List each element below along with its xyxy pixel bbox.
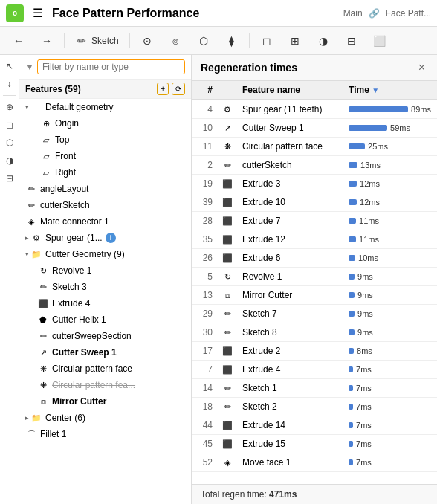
undo-button[interactable]: ←: [6, 31, 31, 51]
time-bar: [349, 162, 357, 168]
left-tool-select[interactable]: ↖: [1, 58, 18, 74]
mate-icon: ◈: [25, 216, 37, 227]
filter-icon: ▼: [25, 62, 34, 72]
app-logo[interactable]: o: [6, 4, 24, 22]
breadcrumb-face[interactable]: Face Patt...: [386, 8, 431, 19]
left-tool-rect[interactable]: ◻: [1, 117, 18, 133]
row-time: 7ms: [343, 361, 437, 379]
row-name: Sketch 2: [236, 398, 343, 416]
regen-table: # Feature name Time ▼ 4 ⚙ Spur gear (1: [192, 81, 437, 472]
sidebar-item-cuttersweepsection[interactable]: ✏ cutterSweepSection: [19, 328, 191, 344]
left-tool-point[interactable]: ⊕: [1, 99, 18, 115]
row-time: 12ms: [343, 175, 437, 193]
pattern-icon: ❋: [37, 379, 49, 391]
col-header-time[interactable]: Time ▼: [343, 81, 437, 100]
gear-icon: ⚙: [30, 232, 42, 244]
sidebar-item-anglelayout[interactable]: ✏ angleLayout: [19, 181, 191, 197]
redo-button[interactable]: →: [34, 31, 59, 51]
add-feature-button[interactable]: +: [157, 83, 169, 95]
sidebar-item-right[interactable]: ▱ Right: [19, 164, 191, 181]
sidebar-item-circular-pattern-strike[interactable]: ❋ Circular pattern fea...: [19, 377, 191, 393]
col-header-name[interactable]: Feature name: [236, 81, 343, 100]
tool-icon-2: ⌾: [169, 34, 182, 48]
breadcrumb-main[interactable]: Main: [343, 8, 363, 19]
row-icon-cell: ⬛: [218, 435, 236, 453]
row-num: 29: [192, 305, 218, 323]
row-name: Cutter Sweep 1: [236, 119, 343, 138]
tool-3d-6[interactable]: ⊞: [282, 31, 308, 51]
sidebar-item-extrude4[interactable]: ⬛ Extrude 4: [19, 295, 191, 311]
row-num: 18: [192, 398, 218, 416]
sidebar-item-fillet1[interactable]: ⌒ Fillet 1: [19, 426, 191, 442]
sidebar-item-front[interactable]: ▱ Front: [19, 148, 191, 164]
row-icon-cell: ⬛: [218, 193, 236, 212]
row-time: 8ms: [343, 342, 437, 361]
sidebar-item-label: cutterSketch: [40, 200, 90, 210]
sidebar-item-top[interactable]: ▱ Top: [19, 132, 191, 148]
sidebar-item-cutter-helix[interactable]: ⬟ Cutter Helix 1: [19, 311, 191, 328]
top-bar: o ☰ Face Pattern Performance Main 🔗 Face…: [0, 0, 437, 27]
tool-icon-3: ⬡: [197, 34, 210, 48]
search-input[interactable]: [37, 59, 185, 74]
time-label: 11ms: [359, 235, 379, 244]
left-tool-minus[interactable]: ⊟: [1, 170, 18, 187]
sidebar-item-mirror-cutter[interactable]: ⧈ Mirror Cutter: [19, 393, 191, 410]
time-label: 25ms: [368, 142, 388, 151]
row-icon-cell: ⚙: [218, 100, 236, 119]
row-icon-cell: ✏: [218, 323, 236, 342]
time-label: 7ms: [356, 421, 372, 430]
left-tool-half[interactable]: ◑: [1, 152, 18, 169]
tool-3d-1[interactable]: ⊙: [135, 31, 160, 51]
tool-3d-4[interactable]: ⧫: [219, 31, 245, 51]
sidebar-item-mate-connector[interactable]: ◈ Mate connector 1: [19, 213, 191, 230]
sidebar-item-label: angleLayout: [40, 184, 88, 194]
time-bar: [349, 255, 355, 261]
tool-3d-8[interactable]: ⊟: [339, 31, 364, 51]
sidebar-item-label: Circular pattern face: [52, 364, 132, 374]
tool-3d-7[interactable]: ◑: [311, 31, 336, 51]
toolbar: ← → ✏ Sketch ⊙ ⌾ ⬡ ⧫ ◻ ⊞ ◑ ⊟ ⬜: [0, 27, 437, 55]
table-row: 39 ⬛ Extrude 10 12ms: [192, 193, 437, 212]
row-time: 89ms: [343, 100, 437, 119]
sidebar-item-label: Front: [55, 151, 76, 161]
row-num: 52: [192, 453, 218, 472]
feature-row-icon: ✏: [221, 401, 233, 413]
sidebar-item-cuttersketch[interactable]: ✏ cutterSketch: [19, 197, 191, 213]
chevron-down-icon: ▾: [25, 103, 29, 111]
sidebar-item-origin[interactable]: ⊕ Origin: [19, 115, 191, 132]
row-icon-cell: ✏: [218, 379, 236, 398]
tool-3d-5[interactable]: ◻: [254, 31, 279, 51]
sketch-button[interactable]: ✏ Sketch: [69, 31, 125, 51]
sidebar-item-revolve1[interactable]: ↻ Revolve 1: [19, 262, 191, 279]
feature-row-icon: ⬛: [221, 252, 233, 264]
sidebar-item-label: Spur gear (1...: [45, 233, 103, 243]
sidebar-item-circular-pattern[interactable]: ❋ Circular pattern face: [19, 361, 191, 377]
tool-3d-3[interactable]: ⬡: [191, 31, 216, 51]
menu-icon[interactable]: ☰: [30, 3, 46, 23]
time-label: 89ms: [411, 105, 431, 114]
col-header-num[interactable]: #: [192, 81, 218, 100]
sidebar-item-spur-gear[interactable]: ▸ ⚙ Spur gear (1... i: [19, 230, 191, 246]
sidebar-item-center-folder[interactable]: ▸ 📁 Center (6): [19, 410, 191, 426]
row-name: Spur gear (11 teeth): [236, 100, 343, 119]
sidebar-item-cutter-geometry[interactable]: ▾ 📁 Cutter Geometry (9): [19, 246, 191, 262]
sidebar-item-default-geometry[interactable]: ▾ Default geometry: [19, 99, 191, 115]
row-num: 26: [192, 249, 218, 268]
row-icon-cell: ↗: [218, 119, 236, 138]
feature-row-icon: ⬛: [221, 178, 233, 190]
tool-3d-9[interactable]: ⬜: [367, 31, 392, 51]
left-tool-move[interactable]: ↕: [1, 76, 18, 92]
row-time: 11ms: [343, 212, 437, 230]
regen-time-button[interactable]: ⟳: [172, 83, 185, 95]
sidebar-item-sketch3[interactable]: ✏ Sketch 3: [19, 279, 191, 295]
left-tool-hex[interactable]: ⬡: [1, 135, 18, 151]
table-row: 11 ❋ Circular pattern face 25ms: [192, 138, 437, 156]
sidebar-item-label: Extrude 4: [52, 298, 90, 308]
sidebar-item-cutter-sweep[interactable]: ↗ Cutter Sweep 1: [19, 344, 191, 361]
table-row: 2 ✏ cutterSketch 13ms: [192, 156, 437, 175]
tool-3d-2[interactable]: ⌾: [163, 31, 188, 51]
close-button[interactable]: ×: [415, 61, 428, 74]
feature-row-icon: ✏: [221, 159, 233, 171]
sidebar-item-label: Mirror Cutter: [52, 396, 106, 407]
sketch-label: Sketch: [91, 36, 119, 46]
